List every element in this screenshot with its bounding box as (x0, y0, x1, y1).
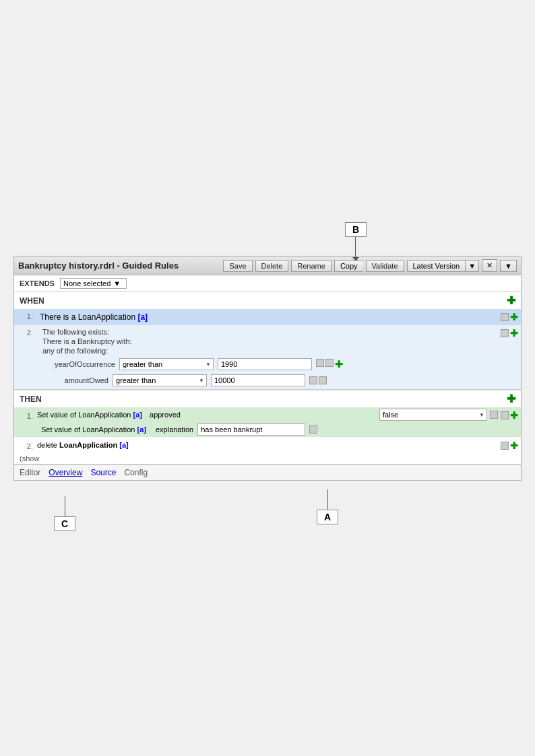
then-row2-actions: ✚ (501, 439, 518, 451)
amount-field-label: amountOwed (55, 376, 108, 384)
when-header: WHEN ✚ (14, 292, 521, 309)
then-row1-set1-outer: 1. Set value of LoanApplication [a] appr… (14, 407, 521, 422)
when-row2-sub-line1: There is a Bankruptcy with: (37, 336, 501, 345)
year-delete-btn[interactable] (316, 359, 324, 367)
when-row-1-num: 1. (17, 310, 37, 320)
then-set2-field: explanation (156, 425, 193, 434)
amount-mini-btns (309, 376, 327, 384)
tab-editor[interactable]: Editor (20, 468, 40, 477)
year-value-input[interactable] (218, 358, 312, 370)
year-operator-select[interactable]: greater than less than equal to (119, 358, 214, 370)
amount-delete-btn[interactable] (309, 376, 317, 384)
then-row-2: 2. delete LoanApplication [a] ✚ (14, 437, 521, 453)
then-set1-delete-btn[interactable] (490, 411, 498, 419)
callout-b-box: B (345, 222, 367, 237)
more-button[interactable]: ▼ (500, 260, 517, 272)
then-row1-set1-pre: Set value of LoanApplication [a] (37, 411, 144, 419)
then-row1-set1-content: Set value of LoanApplication [a] approve… (37, 410, 379, 419)
then-row2-delete-pre: delete (37, 441, 57, 449)
then-row1-collapse-btn[interactable] (501, 411, 509, 419)
then-set2-bracket: [a] (137, 425, 146, 434)
then-approved-select-wrapper: false true (379, 409, 487, 421)
year-add-btn[interactable] (325, 359, 334, 367)
when-row1-bracket: [a] (137, 312, 148, 322)
then-row2-delete-text: delete LoanApplication [a] (37, 441, 501, 449)
extends-row: EXTENDS None selected ▼ (14, 275, 521, 291)
year-operator-wrapper: greater than less than equal to (119, 358, 214, 370)
then-set2-delete-btn[interactable] (309, 425, 317, 434)
then-set1-field: approved (150, 411, 181, 419)
extends-dropdown-icon[interactable]: ▼ (113, 279, 121, 287)
when-row2-actions: ✚ (501, 327, 518, 339)
when-row1-collapse-btn[interactable] (501, 313, 509, 321)
extends-select[interactable]: None selected ▼ (60, 278, 127, 289)
amount-operator-select[interactable]: greater than less than equal to (113, 374, 207, 386)
delete-button[interactable]: Delete (255, 260, 289, 272)
then-set1-pre-text: Set value of LoanApplication (37, 411, 131, 419)
then-set1-bracket: [a] (133, 411, 142, 419)
show-row: (show (14, 453, 521, 464)
then-row-1: 1. Set value of LoanApplication [a] appr… (14, 407, 521, 437)
then-row2-add-btn[interactable]: ✚ (510, 440, 518, 451)
then-row1-num: 1. (17, 410, 37, 420)
then-row2-delete-bracket: [a] (119, 441, 128, 449)
then-row2-delete-bold: LoanApplication (59, 441, 117, 449)
copy-button-main[interactable]: Copy (334, 260, 363, 272)
then-add-button[interactable]: ✚ (507, 392, 515, 405)
when-row-2-num: 2. (17, 327, 37, 337)
when-section: WHEN ✚ 1. There is a LoanApplication [a] (14, 292, 521, 389)
tab-config[interactable]: Config (124, 468, 148, 477)
when-row2-collapse-btn[interactable] (501, 329, 509, 337)
extends-value: None selected (63, 279, 111, 287)
then-row1-add-btn[interactable]: ✚ (510, 410, 518, 421)
condition-yearOfOccurrence: yearOfOccurrence greater than less than … (14, 356, 521, 372)
when-row2-add-btn[interactable]: ✚ (510, 328, 518, 339)
amount-add-btn[interactable] (319, 376, 327, 384)
version-arrow[interactable]: ▼ (465, 260, 479, 272)
when-row-1-content: There is a LoanApplication [a] (37, 310, 501, 324)
validate-button[interactable]: Validate (366, 260, 404, 272)
callout-a-box: A (317, 510, 338, 524)
then-row1-set1-controls: false true (379, 409, 498, 421)
then-approved-select[interactable]: false true (379, 409, 487, 421)
amount-operator-wrapper: greater than less than equal to (113, 374, 207, 386)
close-button[interactable]: ✕ (482, 259, 497, 272)
then-row1-actions: ✚ (501, 409, 518, 421)
then-row1-set2: Set value of LoanApplication [a] explana… (14, 422, 521, 437)
then-explanation-input[interactable] (197, 423, 305, 436)
when-row2-sub-title: The following exists: (37, 327, 501, 336)
condition-amountOwed: amountOwed greater than less than equal … (14, 372, 521, 389)
year-mini-btns: ✚ (316, 359, 343, 370)
then-row2-collapse-btn[interactable] (501, 442, 509, 450)
rename-button[interactable]: Rename (291, 260, 332, 272)
show-text: (show (20, 454, 39, 462)
extends-label: EXTENDS (20, 279, 55, 287)
when-row2-sub-content: The following exists: There is a Bankrup… (37, 327, 501, 355)
tab-source[interactable]: Source (90, 468, 116, 477)
when-row2-outer: 2. The following exists: There is a Bank… (14, 325, 521, 356)
year-green-add-btn[interactable]: ✚ (335, 359, 343, 370)
version-button-main[interactable]: Latest Version (407, 260, 466, 272)
year-field-label: yearOfOccurrence (55, 360, 115, 368)
copy-button-split[interactable]: Copy (334, 260, 363, 272)
then-label: THEN (20, 394, 42, 404)
then-set2-pre-text: Set value of LoanApplication (41, 425, 135, 434)
when-add-button[interactable]: ✚ (507, 294, 515, 307)
then-row1-set2-text: Set value of LoanApplication [a] (41, 425, 146, 434)
when-row2-sub-line2: any of the following: (37, 345, 501, 355)
then-header: THEN ✚ (14, 390, 521, 407)
file-title: Bankruptcy history.rdrl - Guided Rules (18, 261, 220, 271)
title-bar: Bankruptcy history.rdrl - Guided Rules S… (14, 256, 521, 275)
when-row1-add-btn[interactable]: ✚ (510, 312, 518, 322)
when-row1-pre: There is a LoanApplication (40, 312, 135, 322)
then-row2-num: 2. (17, 440, 37, 450)
amount-value-input[interactable] (211, 374, 305, 386)
when-row-1-actions: ✚ (501, 310, 518, 322)
tabs-row: Editor Overview Source Config (14, 465, 521, 480)
tab-overview[interactable]: Overview (49, 468, 82, 477)
when-row-1-text: There is a LoanApplication [a] (37, 310, 501, 324)
save-button[interactable]: Save (223, 260, 252, 272)
editor-panel: Bankruptcy history.rdrl - Guided Rules S… (13, 256, 522, 481)
version-dropdown[interactable]: Latest Version ▼ (407, 260, 480, 272)
then-section: THEN ✚ 1. Set value of LoanApplication [… (14, 390, 521, 464)
